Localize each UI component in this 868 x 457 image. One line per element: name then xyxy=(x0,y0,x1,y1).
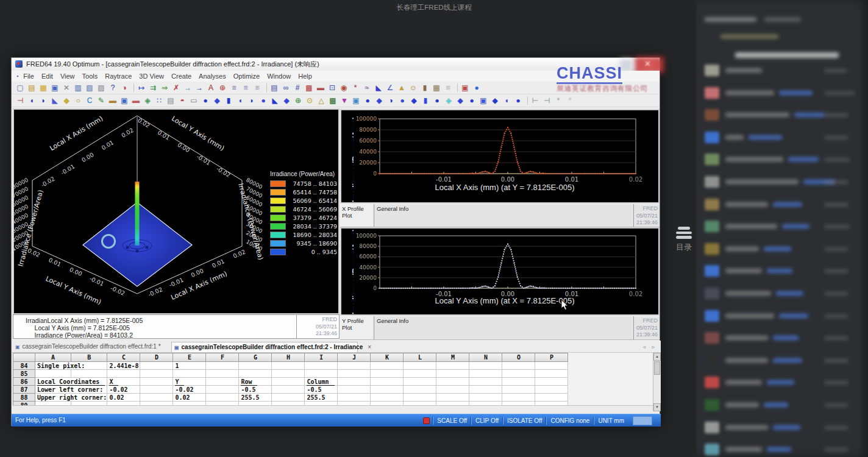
video-list-item[interactable] xyxy=(696,109,868,127)
cell-H84[interactable] xyxy=(272,362,305,370)
video-list-item[interactable] xyxy=(696,199,868,217)
solid-icon[interactable]: ◗ xyxy=(247,96,257,106)
cell-I87[interactable]: -0.5 xyxy=(305,386,338,394)
cell-D87[interactable] xyxy=(140,386,173,394)
cell-J84[interactable] xyxy=(338,362,371,370)
print-icon[interactable]: ▨ xyxy=(96,83,106,93)
target-icon[interactable]: ⊕ xyxy=(218,83,227,93)
column-header-F[interactable]: F xyxy=(206,353,239,362)
cell-I84[interactable] xyxy=(305,362,338,370)
cell-I88[interactable]: 255.5 xyxy=(305,394,338,402)
cell-K86[interactable] xyxy=(371,378,404,386)
cell-L85[interactable] xyxy=(404,370,436,378)
cell-E87[interactable]: -0.02 xyxy=(173,386,206,394)
list3-icon[interactable]: ≡ xyxy=(252,83,262,93)
cell-I86[interactable]: Column xyxy=(305,378,338,386)
menu-help[interactable]: Help xyxy=(298,73,312,80)
pencil-icon[interactable]: ✎ xyxy=(96,96,106,106)
curve-icon[interactable]: C xyxy=(85,96,94,106)
star-icon[interactable]: * xyxy=(565,96,575,106)
corner-header[interactable] xyxy=(13,353,35,362)
solid-icon[interactable]: ◆ xyxy=(282,96,291,106)
chip-icon[interactable]: ▦ xyxy=(432,83,441,93)
cell-K85[interactable] xyxy=(371,370,404,378)
video-list-item[interactable] xyxy=(696,332,868,350)
cell-M84[interactable] xyxy=(436,362,469,370)
cell-D84[interactable] xyxy=(140,362,173,370)
cell-H87[interactable] xyxy=(272,386,305,394)
list1-icon[interactable]: ≡ xyxy=(229,83,239,93)
cell-A86[interactable]: Local Coordinates xyxy=(35,378,107,386)
cell-P86[interactable] xyxy=(535,378,568,386)
tab-scroll-arrows[interactable]: ◃ ▹ xyxy=(642,344,657,350)
video-list-item[interactable] xyxy=(696,288,868,306)
cell-A84[interactable]: Single pixel: xyxy=(35,362,107,370)
row-header[interactable]: 87 xyxy=(13,386,35,394)
cell-I85[interactable] xyxy=(305,370,338,378)
cut-icon[interactable]: ✕ xyxy=(62,83,71,93)
y-profile-chart-panel[interactable]: Irradiance (Power/Area) 0200004000060000… xyxy=(340,227,660,316)
save-icon[interactable]: ▣ xyxy=(50,83,60,93)
column-header-P[interactable]: P xyxy=(535,353,568,362)
cell-E86[interactable]: Y xyxy=(173,378,206,386)
wedge-icon[interactable]: ◣ xyxy=(50,96,60,106)
menu-edit[interactable]: Edit xyxy=(41,73,53,80)
video-list-item[interactable] xyxy=(696,243,868,261)
cell-D88[interactable] xyxy=(140,394,173,402)
cell-H86[interactable] xyxy=(272,378,305,386)
solid-icon[interactable]: ◑ xyxy=(386,96,396,106)
cell-C87[interactable]: -0.02 xyxy=(107,386,140,394)
cell-K88[interactable] xyxy=(371,394,404,402)
cell-C86[interactable]: X xyxy=(107,378,140,386)
video-sidebar[interactable] xyxy=(696,0,868,457)
solid-icon[interactable]: ◆ xyxy=(374,96,384,106)
angle-icon[interactable]: ∠ xyxy=(385,83,395,93)
cell-J85[interactable] xyxy=(338,370,371,378)
solid-icon[interactable]: ● xyxy=(258,96,268,106)
cell-F87[interactable] xyxy=(206,386,239,394)
cell-C84[interactable]: 2.441e-8 xyxy=(107,362,140,370)
scroll-down-arrow[interactable]: ▼ xyxy=(653,403,661,411)
column-header-M[interactable]: M xyxy=(436,353,469,362)
arrow-blue-icon[interactable]: → xyxy=(194,83,204,93)
cell-F85[interactable] xyxy=(206,370,239,378)
column-header-E[interactable]: E xyxy=(173,353,206,362)
clear-rays-icon[interactable]: ✗ xyxy=(171,83,181,93)
table-icon[interactable]: ▤ xyxy=(269,83,279,93)
menu-view[interactable]: View xyxy=(60,73,75,80)
menu-3d-view[interactable]: 3D View xyxy=(139,73,164,80)
raytrace-icon[interactable]: ⇉ xyxy=(148,83,158,93)
cell-G88[interactable]: 255.5 xyxy=(239,394,272,402)
spreadsheet[interactable]: ABCDEFGHIJKLMNOP84Single pixel:2.441e-81… xyxy=(13,353,653,411)
smiley-icon[interactable]: ☺ xyxy=(408,83,418,93)
cell-D85[interactable] xyxy=(140,370,173,378)
sphere-icon[interactable]: ◉ xyxy=(339,83,349,93)
cell-H88[interactable] xyxy=(272,394,305,402)
tab-close-icon[interactable]: × xyxy=(368,344,371,350)
cell-L84[interactable] xyxy=(404,362,436,370)
cell-D86[interactable] xyxy=(140,378,173,386)
building-icon[interactable]: ▮ xyxy=(420,83,430,93)
video-list-item[interactable] xyxy=(696,422,868,440)
solid-icon[interactable]: ● xyxy=(432,96,442,106)
cell-N88[interactable] xyxy=(469,394,502,402)
cell-P84[interactable] xyxy=(535,362,568,370)
video-list-item[interactable] xyxy=(696,65,868,83)
box-icon[interactable]: ▣ xyxy=(119,96,129,106)
row-header[interactable]: 85 xyxy=(13,370,35,378)
column-header-G[interactable]: G xyxy=(239,353,272,362)
open-icon[interactable]: ▤ xyxy=(27,83,37,93)
cell-A87[interactable]: Lower left corner: xyxy=(35,386,107,394)
solid-icon[interactable]: ● xyxy=(467,96,477,106)
solid-icon[interactable]: ● xyxy=(397,96,407,106)
cell-M87[interactable] xyxy=(436,386,469,394)
menu-window[interactable]: Window xyxy=(267,73,291,80)
vertical-scrollbar[interactable]: ▲ ▼ xyxy=(653,353,661,411)
cell-O88[interactable] xyxy=(502,394,535,402)
column-header-K[interactable]: K xyxy=(371,353,404,362)
help-icon[interactable]: ? xyxy=(108,83,118,93)
arrow-cyan-icon[interactable]: → xyxy=(183,83,193,93)
cell-A88[interactable]: Upper right corner: xyxy=(35,394,107,402)
raytrace-all-icon[interactable]: ⇒ xyxy=(160,83,169,93)
digits-icon[interactable]: # xyxy=(293,83,302,93)
